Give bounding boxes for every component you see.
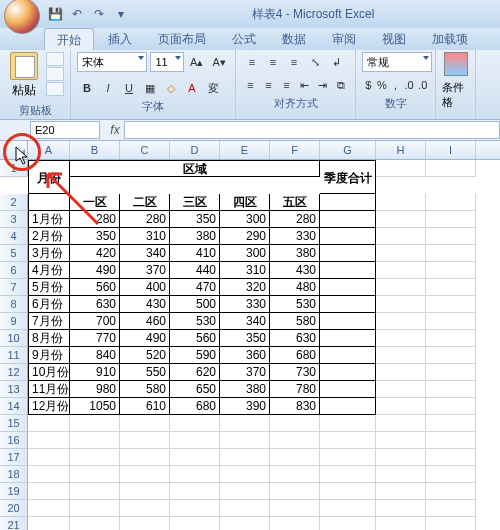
align-left-button[interactable]: ≡ [242, 75, 259, 95]
format-painter-button[interactable] [46, 82, 64, 96]
cell[interactable] [426, 347, 476, 364]
border-button[interactable]: ▦ [140, 78, 160, 98]
cell[interactable]: 430 [120, 296, 170, 313]
cell[interactable] [120, 500, 170, 517]
dec-dec-button[interactable]: .0 [416, 75, 429, 95]
cell[interactable]: 560 [170, 330, 220, 347]
cell[interactable]: 二区 [120, 194, 170, 211]
cell[interactable]: 340 [120, 245, 170, 262]
cell[interactable]: 430 [270, 262, 320, 279]
column-header-B[interactable]: B [70, 141, 120, 159]
cell[interactable] [320, 483, 376, 500]
cell[interactable] [320, 279, 376, 296]
cell[interactable]: 680 [270, 347, 320, 364]
cell[interactable] [426, 245, 476, 262]
cell[interactable] [70, 517, 120, 530]
cell[interactable] [376, 330, 426, 347]
row-header[interactable]: 12 [0, 364, 28, 381]
cell[interactable]: 月份 [28, 160, 70, 194]
cell[interactable] [120, 517, 170, 530]
cell[interactable] [426, 483, 476, 500]
cell[interactable] [70, 432, 120, 449]
cell[interactable]: 830 [270, 398, 320, 415]
number-format-combo[interactable]: 常规 [362, 52, 432, 72]
row-header[interactable]: 14 [0, 398, 28, 415]
cell[interactable]: 580 [120, 381, 170, 398]
cell[interactable]: 420 [70, 245, 120, 262]
cell[interactable] [28, 500, 70, 517]
cell[interactable]: 300 [220, 211, 270, 228]
row-header[interactable]: 8 [0, 296, 28, 313]
cell[interactable]: 620 [170, 364, 220, 381]
cell[interactable]: 一区 [70, 194, 120, 211]
row-header[interactable]: 2 [0, 194, 28, 211]
cell[interactable]: 6月份 [28, 296, 70, 313]
orientation-button[interactable]: ⤡ [305, 52, 325, 72]
cell[interactable]: 730 [270, 364, 320, 381]
cell[interactable]: 1月份 [28, 211, 70, 228]
cell[interactable] [170, 449, 220, 466]
currency-button[interactable]: $ [362, 75, 375, 95]
underline-button[interactable]: U [119, 78, 139, 98]
cell[interactable]: 610 [120, 398, 170, 415]
cell[interactable] [426, 228, 476, 245]
cell[interactable] [270, 500, 320, 517]
row-header[interactable]: 6 [0, 262, 28, 279]
cell[interactable]: 10月份 [28, 364, 70, 381]
cell[interactable] [70, 483, 120, 500]
tab-data[interactable]: 数据 [270, 28, 318, 50]
cell[interactable]: 3月份 [28, 245, 70, 262]
cell[interactable] [170, 483, 220, 500]
cell[interactable]: 380 [270, 245, 320, 262]
cell[interactable] [376, 466, 426, 483]
cell[interactable] [220, 466, 270, 483]
cell[interactable]: 310 [220, 262, 270, 279]
cell[interactable] [426, 432, 476, 449]
cell[interactable] [376, 432, 426, 449]
cell[interactable] [376, 211, 426, 228]
cell[interactable]: 410 [170, 245, 220, 262]
cell[interactable]: 1050 [70, 398, 120, 415]
cell[interactable] [28, 194, 70, 211]
tab-home[interactable]: 开始 [44, 28, 94, 50]
cell[interactable] [320, 381, 376, 398]
cell[interactable] [220, 500, 270, 517]
row-header[interactable]: 1 [0, 160, 28, 177]
tab-layout[interactable]: 页面布局 [146, 28, 218, 50]
cell[interactable] [170, 432, 220, 449]
cell[interactable] [120, 449, 170, 466]
cell[interactable] [120, 483, 170, 500]
cell[interactable] [270, 449, 320, 466]
cell[interactable]: 4月份 [28, 262, 70, 279]
cell[interactable] [270, 517, 320, 530]
font-family-combo[interactable]: 宋体 [77, 52, 147, 72]
cell[interactable] [320, 262, 376, 279]
cell[interactable]: 560 [70, 279, 120, 296]
cell[interactable]: 360 [220, 347, 270, 364]
wrap-text-button[interactable]: ↲ [326, 52, 346, 72]
cell[interactable] [376, 364, 426, 381]
undo-icon[interactable]: ↶ [68, 5, 86, 23]
cell[interactable] [426, 330, 476, 347]
qat-dropdown-icon[interactable]: ▾ [112, 5, 130, 23]
align-top-button[interactable]: ≡ [242, 52, 262, 72]
cell[interactable] [320, 415, 376, 432]
cell[interactable] [376, 296, 426, 313]
tab-formulas[interactable]: 公式 [220, 28, 268, 50]
cell[interactable]: 840 [70, 347, 120, 364]
cell[interactable]: 980 [70, 381, 120, 398]
fill-color-button[interactable]: ◇ [161, 78, 181, 98]
cell[interactable]: 530 [270, 296, 320, 313]
cell[interactable]: 500 [170, 296, 220, 313]
cell[interactable] [376, 398, 426, 415]
row-header[interactable]: 15 [0, 415, 28, 432]
copy-button[interactable] [46, 67, 64, 81]
cell[interactable] [320, 398, 376, 415]
worksheet-grid[interactable]: ABCDEFGHI 1月份区域季度合计2一区二区三区四区五区31月份280280… [0, 141, 500, 530]
cell[interactable] [426, 262, 476, 279]
cell[interactable] [426, 415, 476, 432]
column-header-D[interactable]: D [170, 141, 220, 159]
cell[interactable]: 460 [120, 313, 170, 330]
cell[interactable] [120, 466, 170, 483]
indent-inc-button[interactable]: ⇥ [314, 75, 331, 95]
